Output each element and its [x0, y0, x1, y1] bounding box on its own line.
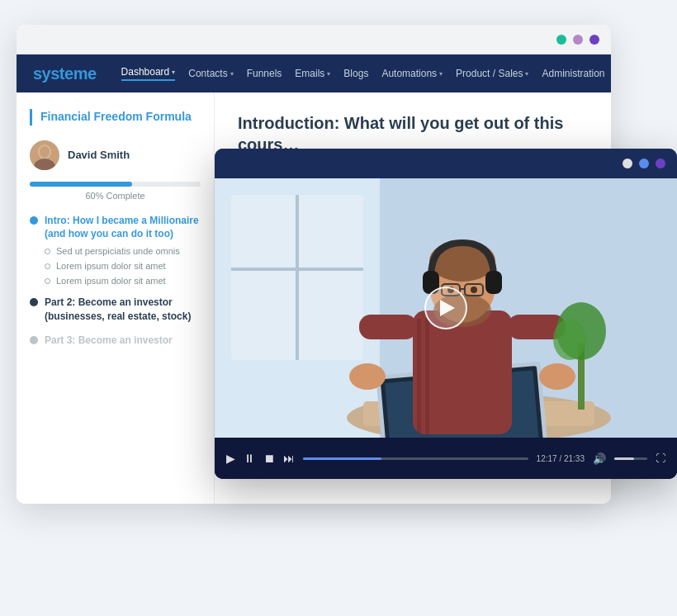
dot-purple-front — [656, 159, 665, 168]
sub-items-intro: Sed ut perspiciatis unde omnis Lorem ips… — [45, 246, 201, 286]
nav-item-funnels[interactable]: Funnels — [247, 68, 282, 79]
menu-item-title-part2: Part 2: Become an investor (businesses, … — [45, 296, 201, 324]
course-menu: Intro: How I became a Millionaire (and h… — [30, 214, 201, 348]
video-scene — [215, 178, 677, 438]
titlebar-back — [17, 25, 611, 54]
progress-bar-track — [30, 182, 201, 187]
menu-item-title-part3: Part 3: Become an investor — [45, 334, 173, 348]
video-controls: ▶ ⏸ ⏹ ⏭ 12:17 / 21:33 🔊 ⛶ — [215, 438, 677, 479]
avatar-svg — [30, 140, 59, 170]
sub-item-text-1: Sed ut perspiciatis unde omnis — [56, 246, 180, 256]
caret-icon: ▾ — [439, 70, 443, 78]
nav-item-blogs[interactable]: Blogs — [343, 68, 368, 79]
caret-icon: ▾ — [525, 70, 528, 78]
dot-green — [556, 35, 566, 45]
nav-item-contacts[interactable]: Contacts ▾ — [188, 68, 233, 79]
menu-item-intro[interactable]: Intro: How I became a Millionaire (and h… — [30, 214, 201, 287]
caret-icon: ▾ — [230, 70, 234, 78]
user-name: David Smith — [68, 149, 130, 161]
svg-point-2 — [40, 146, 50, 158]
volume-fill — [614, 457, 634, 460]
svg-rect-31 — [417, 319, 421, 434]
sidebar: Financial Freedom Formula David Smith 60 — [17, 92, 215, 504]
play-icon — [440, 300, 455, 316]
volume-track[interactable] — [614, 457, 647, 460]
menu-dot-active — [30, 216, 38, 225]
sub-item-1[interactable]: Sed ut perspiciatis unde omnis — [45, 246, 201, 256]
menu-dot-part3 — [30, 336, 38, 344]
nav-items: Dashboard ▾ Contacts ▾ Funnels Emails ▾ … — [121, 66, 605, 81]
nav-item-administration[interactable]: Administration — [542, 68, 604, 79]
skip-control-button[interactable]: ⏭ — [283, 452, 295, 465]
dot-white — [623, 159, 632, 168]
titlebar-front — [215, 149, 677, 178]
svg-rect-37 — [485, 271, 502, 294]
dot-purple-light — [573, 35, 583, 45]
nav-item-automations[interactable]: Automations ▾ — [381, 68, 443, 79]
progress-bar-fill — [30, 182, 132, 187]
stop-control-button[interactable]: ⏹ — [263, 452, 275, 465]
sub-item-3[interactable]: Lorem ipsum dolor sit amet — [45, 276, 201, 286]
svg-rect-24 — [231, 268, 363, 271]
navbar: systeme Dashboard ▾ Contacts ▾ Funnels E… — [17, 54, 611, 92]
svg-point-46 — [539, 363, 575, 390]
caret-icon: ▾ — [327, 70, 330, 78]
svg-point-45 — [349, 363, 386, 390]
menu-item-part2[interactable]: Part 2: Become an investor (businesses, … — [30, 296, 201, 324]
menu-item-header: Intro: How I became a Millionaire (and h… — [30, 214, 201, 242]
svg-rect-23 — [296, 195, 299, 360]
svg-point-42 — [471, 287, 477, 293]
video-progress-played — [303, 457, 381, 460]
sub-item-2[interactable]: Lorem ipsum dolor sit amet — [45, 261, 201, 271]
svg-rect-43 — [359, 315, 417, 339]
svg-point-49 — [553, 319, 586, 360]
video-player: ▶ ⏸ ⏹ ⏭ 12:17 / 21:33 🔊 ⛶ — [215, 178, 677, 479]
pause-control-button[interactable]: ⏸ — [244, 452, 255, 465]
sub-item-text-3: Lorem ipsum dolor sit amet — [56, 276, 166, 286]
volume-icon[interactable]: 🔊 — [593, 453, 606, 465]
user-info: David Smith — [30, 140, 201, 170]
menu-item-header-3: Part 3: Become an investor — [30, 334, 201, 348]
fullscreen-button[interactable]: ⛶ — [656, 453, 665, 464]
avatar — [30, 140, 59, 170]
caret-icon: ▾ — [172, 69, 175, 76]
sub-item-text-2: Lorem ipsum dolor sit amet — [56, 261, 166, 271]
video-progress-track[interactable] — [303, 457, 528, 460]
time-display: 12:17 / 21:33 — [537, 454, 585, 463]
sub-dot-1 — [45, 249, 50, 254]
menu-item-header-2: Part 2: Become an investor (businesses, … — [30, 296, 201, 324]
nav-item-dashboard[interactable]: Dashboard ▾ — [121, 66, 176, 81]
sub-dot-3 — [45, 278, 50, 284]
browser-window-front: ▶ ⏸ ⏹ ⏭ 12:17 / 21:33 🔊 ⛶ — [215, 149, 677, 479]
play-button[interactable] — [424, 287, 467, 329]
progress-label: 60% Complete — [30, 191, 201, 201]
dot-blue-accent — [639, 159, 649, 168]
nav-item-product-sales[interactable]: Product / Sales ▾ — [456, 68, 528, 79]
menu-item-title-intro: Intro: How I became a Millionaire (and h… — [45, 214, 201, 242]
brand-logo[interactable]: systeme — [33, 64, 97, 83]
menu-dot-part2 — [30, 298, 38, 306]
progress-bar-container: 60% Complete — [30, 182, 201, 201]
play-control-button[interactable]: ▶ — [226, 452, 235, 465]
nav-item-emails[interactable]: Emails ▾ — [295, 68, 330, 79]
menu-item-part3[interactable]: Part 3: Become an investor — [30, 334, 201, 348]
course-title: Financial Freedom Formula — [30, 109, 201, 126]
svg-rect-32 — [425, 319, 429, 434]
sub-dot-2 — [45, 263, 50, 269]
dot-purple — [589, 35, 599, 45]
